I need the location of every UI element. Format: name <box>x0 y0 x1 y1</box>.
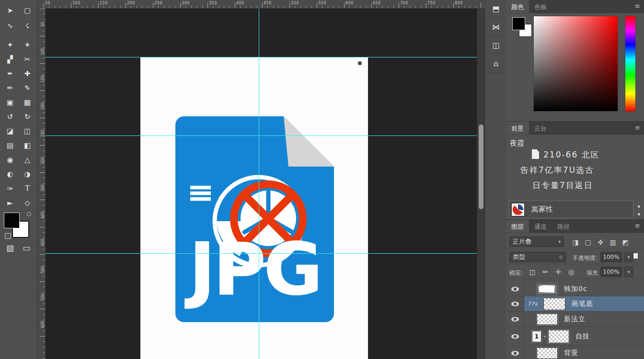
filter-adjust-icon[interactable]: ✜ <box>595 237 606 247</box>
vertical-ruler[interactable]: 50100150200250300350400450500550600 <box>37 9 46 359</box>
crop-tool[interactable]: ▞ <box>2 53 18 66</box>
eyedropper-tool[interactable]: ✒ <box>2 67 18 80</box>
slice-tool[interactable]: ✂ <box>19 53 35 66</box>
fill-value[interactable]: 100% <box>600 267 622 277</box>
canvas-area[interactable]: JPG <box>46 9 477 359</box>
tab-foreground[interactable]: 前景 <box>506 122 529 135</box>
layer-row[interactable]: 新法立 <box>506 312 644 327</box>
quick-mask-toggle[interactable]: ▧ <box>3 242 17 254</box>
lock-pixels-icon[interactable]: ✏ <box>540 267 551 277</box>
scrollbar-thumb[interactable] <box>479 124 483 209</box>
layer-row-body[interactable]: 背景 <box>524 346 644 359</box>
eraser-tool[interactable]: ◪ <box>2 124 18 138</box>
move-tool[interactable]: ➤ <box>2 4 18 17</box>
saturation-brightness-field[interactable] <box>533 16 618 112</box>
brush-preset-item[interactable]: 嵩冢性 <box>509 201 633 218</box>
layer-row-body[interactable]: 新法立 <box>524 312 644 326</box>
polygon-lasso-tool[interactable]: ☇ <box>19 19 35 33</box>
tab-color[interactable]: 颜色 <box>506 0 529 13</box>
layer-thumbnail[interactable] <box>537 314 558 325</box>
tab-swatches[interactable]: 色板 <box>529 0 552 13</box>
fill-stepper[interactable]: ▾ <box>624 267 633 277</box>
screen-mode-button[interactable]: ▭ <box>19 242 34 254</box>
dodge-tool[interactable]: ◐ <box>2 168 18 181</box>
properties-panel-icon[interactable]: ⬒ <box>485 0 506 18</box>
gradient-tool[interactable]: ▤ <box>2 139 18 152</box>
magic-wand-tool[interactable]: ✶ <box>19 38 35 52</box>
ruler-number: 350 <box>209 1 217 5</box>
background-eraser-tool[interactable]: ◫ <box>19 124 35 138</box>
layer-row[interactable]: 独加0c <box>506 282 644 296</box>
horizontal-ruler[interactable]: 5010015020025030035040045050055060065070… <box>37 0 485 9</box>
panel-menu-icon[interactable]: ≡ <box>635 2 640 10</box>
lock-transparency-icon[interactable]: ◫ <box>527 267 538 277</box>
layer-mask-thumbnail[interactable]: 1 <box>532 331 541 342</box>
default-colors-icon[interactable] <box>5 233 11 239</box>
layer-thumbnail[interactable] <box>548 330 569 343</box>
pencil-tool[interactable]: ✎ <box>19 81 35 95</box>
guide-horizontal[interactable] <box>46 253 477 254</box>
type-tool[interactable]: T <box>19 182 35 195</box>
opacity-stepper[interactable]: ▾ <box>624 252 633 262</box>
brush-tool[interactable]: ✏ <box>2 81 18 95</box>
layer-row-body[interactable]: 1自技 <box>524 327 644 346</box>
tab-channels[interactable]: 通道 <box>529 220 552 233</box>
layer-row[interactable]: 背景 <box>506 346 644 359</box>
history-brush-tool[interactable]: ↺ <box>2 110 18 123</box>
ruler-number: 400 <box>236 1 244 5</box>
pattern-stamp-tool[interactable]: ▦ <box>19 96 35 109</box>
filter-kind-icon[interactable]: ◨ <box>570 237 581 247</box>
rectangular-marquee-tool[interactable]: ▢ <box>19 4 35 17</box>
panel-menu-icon[interactable]: ≡ <box>635 222 640 229</box>
guide-vertical[interactable] <box>259 9 259 359</box>
layer-thumbnail[interactable] <box>543 298 565 310</box>
panel-foreground-swatch[interactable] <box>512 17 525 30</box>
guide-horizontal[interactable] <box>46 57 477 57</box>
libraries-panel-icon[interactable]: ◫ <box>485 36 506 55</box>
pen-tool[interactable]: ✑ <box>2 182 18 195</box>
layer-row[interactable]: 77s画笔底 <box>506 296 644 312</box>
lock-position-icon[interactable]: ✛ <box>553 267 564 277</box>
blur-tool[interactable]: ◉ <box>2 153 18 167</box>
layer-row-body[interactable]: 独加0c <box>524 282 644 296</box>
sharpen-tool[interactable]: △ <box>19 153 35 167</box>
adjustments-panel-icon[interactable]: ⋈ <box>485 18 506 36</box>
opacity-value[interactable]: 100% <box>600 252 622 262</box>
tab-layers[interactable]: 图层 <box>506 220 529 233</box>
lock-all-icon[interactable]: ◎ <box>566 267 576 277</box>
layer-name: 自技 <box>575 332 590 341</box>
layer-visibility-cell[interactable] <box>506 296 524 311</box>
clone-stamp-tool[interactable]: ▣ <box>2 96 18 109</box>
layer-visibility-cell[interactable] <box>506 346 524 359</box>
tab-paths[interactable]: 路径 <box>552 220 575 233</box>
layer-visibility-cell[interactable] <box>506 327 524 346</box>
foreground-color-swatch[interactable] <box>4 213 20 228</box>
healing-brush-tool[interactable]: ✚ <box>19 67 35 80</box>
layer-thumbnail[interactable] <box>537 348 558 359</box>
quick-selection-tool[interactable]: ✦ <box>2 38 18 52</box>
history-panel-icon[interactable]: ⌂ <box>485 55 506 73</box>
layer-thumbnail[interactable] <box>537 283 558 295</box>
path-selection-tool[interactable]: ► <box>2 196 18 210</box>
layer-row[interactable]: 1自技 <box>506 327 644 346</box>
guide-horizontal[interactable] <box>46 135 477 136</box>
filter-shape-icon[interactable]: ◩ <box>620 237 631 247</box>
layer-visibility-cell[interactable] <box>506 282 524 296</box>
filter-type-icon[interactable]: ▥ <box>608 237 618 247</box>
lasso-tool[interactable]: ∿ <box>2 19 18 33</box>
tab-secondary[interactable]: 云台 <box>529 122 552 135</box>
jpg-file-icon[interactable]: JPG <box>175 116 334 322</box>
vertical-scrollbar[interactable] <box>477 9 485 359</box>
swap-colors-icon[interactable] <box>27 212 31 216</box>
panel-menu-icon[interactable]: ≡ <box>635 124 640 131</box>
layer-row-body[interactable]: 77s画笔底 <box>524 296 644 311</box>
filter-pixel-icon[interactable]: ▢ <box>583 237 593 247</box>
layer-visibility-cell[interactable] <box>506 312 524 326</box>
shape-tool[interactable]: ◇ <box>19 196 35 210</box>
blend-mode-dropdown[interactable]: 正片叠 ▾ <box>509 236 564 247</box>
hue-slider[interactable] <box>625 16 636 112</box>
filter-type-dropdown[interactable]: 类型 ⊙ <box>509 252 566 262</box>
burn-tool[interactable]: ◑ <box>19 168 35 181</box>
art-history-brush-tool[interactable]: ↻ <box>19 110 35 123</box>
paint-bucket-tool[interactable]: ◧ <box>19 139 35 152</box>
